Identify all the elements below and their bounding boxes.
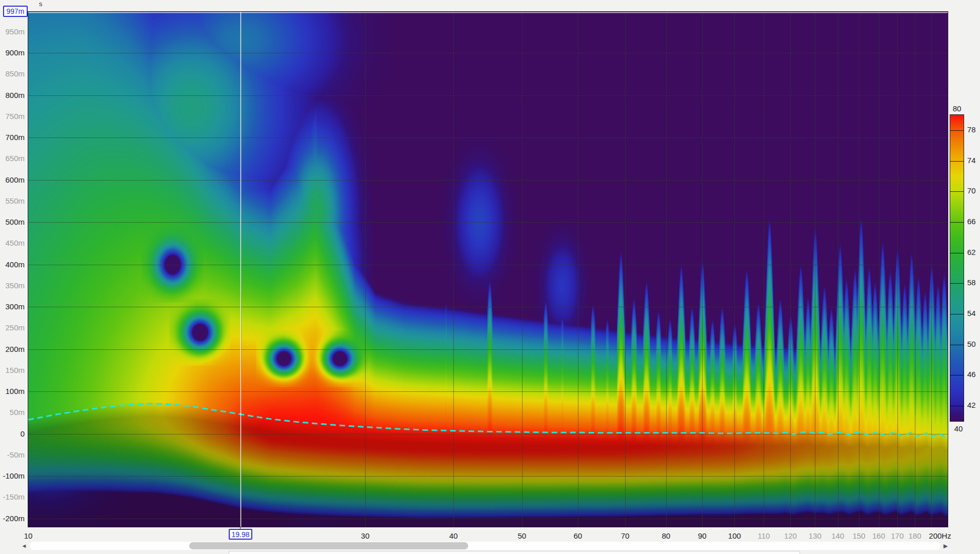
legend-tick-label: 78 [967, 126, 976, 134]
y-tick-label: 400m [0, 260, 25, 269]
x-tick-label: 160 [872, 531, 885, 541]
spectrogram-plot[interactable] [28, 12, 948, 527]
y-tick-label: 150m [0, 366, 25, 375]
legend-tick-label: 70 [967, 187, 976, 195]
y-tick-label: 800m [0, 91, 25, 100]
x-tick-label: 200Hz [929, 531, 951, 541]
y-tick-label: 0 [0, 429, 25, 439]
legend-tick [950, 283, 964, 284]
x-tick-label: 50 [517, 531, 526, 541]
x-tick-label: 180 [908, 531, 921, 541]
y-tick-label: 700m [0, 133, 25, 142]
legend-tick-label: 46 [967, 370, 976, 379]
y-tick-label: 550m [0, 196, 25, 206]
legend-tick [950, 191, 964, 192]
time-cursor-readout[interactable]: 997m [3, 6, 28, 17]
legend-tick-label: 42 [967, 401, 976, 409]
x-tick-label: 60 [573, 531, 582, 541]
y-tick-label: -100m [0, 471, 25, 481]
x-tick-label: 90 [698, 531, 707, 541]
x-tick-label: 170 [891, 531, 904, 541]
x-tick-label: 130 [809, 531, 822, 541]
y-tick-label: 500m [0, 217, 25, 227]
y-tick-label: 100m [0, 387, 25, 396]
y-tick-label: 850m [0, 69, 25, 78]
scrollbar-right-arrow[interactable]: ▶ [942, 542, 949, 550]
y-tick-label: -150m [0, 492, 25, 502]
x-tick-label: 30 [361, 531, 370, 541]
x-tick-label: 40 [449, 531, 458, 541]
y-tick-label: 300m [0, 302, 25, 311]
y-tick-label: 900m [0, 48, 25, 57]
legend-tick [950, 161, 964, 162]
legend-tick-label: 74 [967, 156, 976, 165]
y-axis-unit-label: s [39, 0, 43, 8]
legend-tick [950, 406, 964, 406]
legend-tick [950, 130, 964, 131]
y-tick-label: 50m [0, 408, 25, 417]
legend-tick [950, 314, 964, 314]
x-tick-label: 70 [621, 531, 630, 541]
y-tick-label: 350m [0, 281, 25, 290]
spectrogram-window: s 997m 950m900m850m800m750m700m650m600m5… [0, 0, 980, 554]
y-tick-label: 200m [0, 345, 25, 354]
legend-tick-label: 66 [967, 217, 976, 226]
y-tick-label: 950m [0, 27, 25, 36]
x-tick-label: 150 [852, 531, 865, 541]
y-tick-label: 750m [0, 112, 25, 121]
legend-tick [950, 345, 964, 345]
x-tick-label: 120 [784, 531, 797, 541]
x-tick-label: 110 [757, 531, 770, 541]
x-tick-label: 100 [728, 531, 741, 541]
freq-cursor-readout[interactable]: 19.98 [229, 529, 252, 540]
legend-tick [950, 222, 964, 223]
x-tick-label: 10 [24, 531, 33, 541]
y-tick-label: -200m [0, 514, 25, 523]
scrollbar-thumb[interactable] [189, 542, 468, 549]
y-tick-label: 650m [0, 154, 25, 163]
y-tick-label: 600m [0, 175, 25, 185]
legend-tick-label: 62 [967, 248, 976, 256]
legend-tick-label: 58 [967, 279, 976, 287]
x-tick-label: 80 [662, 531, 671, 541]
y-tick-label: 450m [0, 239, 25, 248]
y-tick-label: -50m [0, 450, 25, 460]
legend-tick-label: 50 [967, 340, 976, 348]
x-tick-label: 140 [831, 531, 844, 541]
bottom-panel-edge [229, 551, 800, 554]
legend-min-label: 40 [950, 424, 967, 433]
legend-max-label: 80 [950, 104, 964, 113]
scrollbar-track[interactable] [30, 542, 941, 550]
legend-tick [950, 375, 964, 375]
scrollbar-left-arrow[interactable]: ◄ [21, 542, 28, 550]
y-tick-label: 250m [0, 323, 25, 332]
legend-tick-label: 54 [967, 309, 976, 318]
legend-tick [950, 253, 964, 253]
color-scale-legend [950, 114, 964, 422]
